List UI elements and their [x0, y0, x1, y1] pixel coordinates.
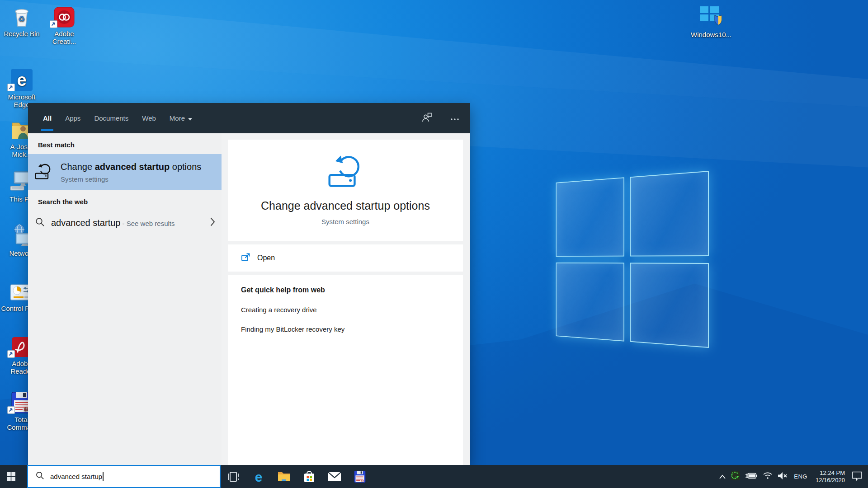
- clock-time: 12:24 PM: [816, 469, 845, 477]
- windows-search-flyout: All Apps Documents Web More: [28, 103, 470, 465]
- shortcut-arrow-icon: [50, 20, 57, 28]
- advanced-startup-icon-large: [324, 153, 367, 190]
- adobe-creative-cloud-icon: [42, 3, 86, 28]
- svg-text:e: e: [255, 469, 263, 484]
- search-filter-tabs: All Apps Documents Web More: [28, 103, 470, 133]
- taskbar-file-explorer-button[interactable]: [271, 465, 297, 488]
- preview-subtitle: System settings: [321, 218, 369, 225]
- help-link-bitlocker-key[interactable]: Finding my BitLocker recovery key: [241, 325, 454, 333]
- taskbar: advanced startup e: [0, 465, 868, 488]
- desktop-icon-microsoft-edge[interactable]: e Microsoft Edge: [0, 66, 43, 108]
- recycle-bin-icon: ♻: [0, 3, 43, 28]
- advanced-startup-icon: [34, 162, 53, 182]
- search-input-value: advanced startup: [50, 473, 102, 480]
- clock-date: 12/16/2020: [816, 477, 845, 484]
- result-change-advanced-startup-options[interactable]: Change advanced startup options System s…: [28, 154, 222, 190]
- microsoft-edge-icon: e: [0, 66, 43, 91]
- clock[interactable]: 12:24 PM 12/16/2020: [814, 469, 847, 484]
- icon-label: Microsoft: [0, 93, 43, 101]
- microsoft-store-icon: [303, 470, 316, 483]
- search-results-list: Best match Change advanced startup optio…: [28, 133, 222, 465]
- shortcut-arrow-icon: [7, 84, 15, 91]
- result-subtitle: System settings: [61, 175, 201, 183]
- task-view-icon: [226, 471, 240, 483]
- ellipsis-menu-icon[interactable]: [450, 114, 459, 122]
- volume-muted-icon[interactable]: [778, 472, 788, 482]
- svg-text:♻: ♻: [18, 15, 25, 23]
- taskbar-mail-button[interactable]: [322, 465, 347, 488]
- windows-logo-icon: [7, 472, 15, 481]
- windows-logo-pane: [556, 263, 624, 342]
- result-title: Change advanced startup options: [61, 162, 201, 172]
- icon-label: Windows10...: [689, 31, 733, 38]
- taskbar-edge-button[interactable]: e: [246, 465, 271, 488]
- windows10-setup-icon: [689, 4, 733, 29]
- windows-logo-wallpaper: [528, 171, 709, 348]
- desktop-icon-recycle-bin[interactable]: ♻ Recycle Bin: [0, 3, 43, 38]
- icon-label: Recycle Bin: [0, 30, 43, 38]
- help-link-recovery-drive[interactable]: Creating a recovery drive: [241, 306, 454, 314]
- result-web-search[interactable]: advanced startup - See web results: [28, 210, 222, 235]
- account-icon[interactable]: [421, 112, 432, 125]
- show-hidden-icons-button[interactable]: [719, 473, 726, 481]
- greenshot-tray-icon[interactable]: [731, 471, 740, 482]
- icon-label: Creati...: [42, 38, 86, 45]
- battery-charging-icon[interactable]: [745, 472, 758, 481]
- wifi-icon[interactable]: [763, 472, 773, 481]
- open-action[interactable]: Open: [228, 244, 463, 272]
- action-center-button[interactable]: [852, 471, 863, 483]
- language-indicator[interactable]: ENG: [793, 473, 809, 480]
- section-search-the-web: Search the web: [38, 198, 222, 206]
- windows-desktop: ♻ Recycle Bin Adobe Creati...: [0, 0, 868, 488]
- windows-logo-pane: [556, 177, 624, 256]
- quick-help-heading: Get quick help from web: [241, 286, 454, 294]
- desktop-icon-adobe-creative-cloud[interactable]: Adobe Creati...: [42, 3, 86, 45]
- search-icon: [35, 217, 45, 229]
- search-preview-pane: Change advanced startup options System s…: [222, 133, 470, 465]
- total-commander-icon: 64: [354, 470, 366, 483]
- chevron-down-icon: [188, 114, 192, 122]
- system-tray: ENG 12:24 PM 12/16/2020: [719, 469, 868, 484]
- microsoft-edge-icon: e: [251, 469, 266, 484]
- windows-logo-pane: [630, 263, 709, 348]
- quick-help-card: Get quick help from web Creating a recov…: [228, 275, 463, 465]
- taskbar-search-input[interactable]: advanced startup: [27, 465, 221, 488]
- open-action-label: Open: [257, 254, 275, 262]
- svg-text:e: e: [17, 70, 26, 89]
- shortcut-arrow-icon: [7, 406, 15, 414]
- preview-card: Change advanced startup options System s…: [228, 140, 463, 241]
- icon-label: Adobe: [42, 30, 86, 38]
- text-caret: [103, 472, 104, 481]
- start-button[interactable]: [0, 465, 22, 488]
- chevron-right-icon[interactable]: [210, 217, 215, 228]
- search-icon: [36, 471, 44, 482]
- task-view-button[interactable]: [221, 465, 246, 488]
- shortcut-arrow-icon: [7, 350, 15, 358]
- desktop-icon-windows10-setup[interactable]: Windows10...: [689, 4, 733, 38]
- tab-more[interactable]: More: [170, 103, 192, 133]
- tab-all[interactable]: All: [43, 103, 52, 133]
- taskbar-total-commander-button[interactable]: 64: [347, 465, 373, 488]
- open-external-icon: [241, 253, 250, 264]
- tab-documents[interactable]: Documents: [94, 103, 128, 133]
- tab-web[interactable]: Web: [142, 103, 156, 133]
- preview-title: Change advanced startup options: [261, 199, 430, 212]
- windows-logo-pane: [630, 171, 709, 256]
- section-best-match: Best match: [38, 141, 222, 149]
- taskbar-store-button[interactable]: [297, 465, 322, 488]
- mail-icon: [328, 472, 341, 482]
- web-search-text: advanced startup - See web results: [51, 218, 175, 228]
- svg-text:64: 64: [361, 479, 364, 482]
- file-explorer-icon: [277, 471, 291, 483]
- tab-apps[interactable]: Apps: [65, 103, 80, 133]
